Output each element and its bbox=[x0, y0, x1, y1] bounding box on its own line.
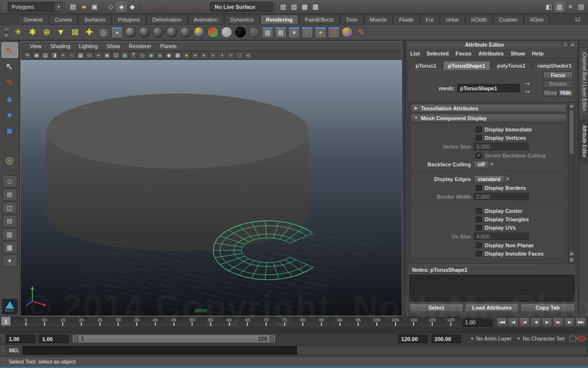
safe-title-icon[interactable]: ▣ bbox=[121, 52, 129, 59]
anim-layer-dropdown-icon[interactable]: ▼ bbox=[469, 336, 475, 342]
attribute-editor-menu-item[interactable]: List bbox=[410, 51, 425, 56]
shadows-icon[interactable]: ◐ bbox=[200, 52, 208, 59]
select-object-icon[interactable]: ◈ bbox=[117, 2, 126, 12]
current-time-field[interactable]: 1.00 bbox=[462, 318, 492, 327]
resolution-gate-icon[interactable]: ● bbox=[94, 52, 102, 59]
shelf-tab[interactable]: Custom bbox=[493, 15, 523, 24]
attribute-editor-menu-item[interactable]: Attributes bbox=[478, 51, 509, 56]
hide-button[interactable]: Hide bbox=[559, 89, 573, 97]
display-uvs-checkbox[interactable] bbox=[476, 225, 482, 231]
range-end-handle[interactable] bbox=[270, 336, 274, 342]
shelf-menu-icon[interactable]: ▪ bbox=[3, 26, 10, 32]
display-immediate-checkbox[interactable] bbox=[476, 127, 482, 132]
node-tab[interactable]: polyTorus1 bbox=[491, 61, 531, 70]
display-triangles-checkbox[interactable] bbox=[476, 216, 482, 222]
attribute-editor-menu-item[interactable]: Focus bbox=[456, 51, 476, 56]
paint-brush-icon[interactable]: ✎ bbox=[68, 52, 76, 59]
safe-action-icon[interactable]: ⊡ bbox=[112, 52, 120, 59]
torus-object-shaded[interactable] bbox=[46, 94, 309, 251]
step-forward-frame-button[interactable]: ▶| bbox=[564, 317, 575, 327]
render-settings-icon[interactable]: ▦ bbox=[311, 2, 320, 12]
anim-layer-label[interactable]: No Anim Layer bbox=[476, 336, 512, 342]
focus-button[interactable]: Focus bbox=[543, 72, 573, 79]
display-non-planar-checkbox[interactable] bbox=[476, 242, 482, 248]
shelf-menu-arrow-icon[interactable]: ▾ bbox=[3, 32, 10, 38]
wireframe-icon[interactable]: ◇ bbox=[138, 52, 147, 59]
ambient-occlusion-icon[interactable]: ● bbox=[209, 52, 217, 59]
node-tab[interactable]: rampShader1 bbox=[532, 61, 577, 70]
shelf-menu-buttons[interactable]: ▪ ▾ bbox=[3, 26, 10, 38]
drag-handle[interactable] bbox=[1, 334, 5, 343]
notes-textarea[interactable] bbox=[409, 275, 575, 302]
motion-blur-icon[interactable]: ◑ bbox=[218, 52, 226, 59]
drag-handle[interactable] bbox=[1, 345, 5, 355]
mesh-name-field[interactable]: pTorusShape1 bbox=[457, 84, 520, 92]
layout-single-pane-icon[interactable]: ◇ bbox=[2, 175, 17, 187]
shelf-tab[interactable]: Polygons bbox=[112, 15, 146, 24]
viewport-menu-item[interactable]: Shading bbox=[46, 43, 74, 49]
texture-placement-icon[interactable]: T bbox=[129, 52, 138, 59]
viewport-menu-item[interactable]: Renderer bbox=[124, 43, 156, 49]
ipr-render-icon[interactable]: ▩ bbox=[300, 2, 310, 12]
select-component-icon[interactable]: ◆ bbox=[127, 2, 137, 12]
snap-view-plane-icon[interactable]: ∩ bbox=[187, 2, 196, 12]
batch-render-icon[interactable]: ▧ bbox=[275, 26, 287, 38]
undock-icon[interactable]: ▫ bbox=[562, 42, 568, 48]
attributes-scroll-area[interactable]: ▶ Tessellation Attributes ▼ Mesh Compone… bbox=[409, 102, 575, 263]
notes-splitter[interactable] bbox=[408, 263, 576, 267]
volume-light-icon[interactable]: ⊠ bbox=[69, 26, 81, 39]
all-lights-icon[interactable]: ● bbox=[191, 52, 199, 59]
section-mesh-component-display[interactable]: ▼ Mesh Component Display bbox=[411, 114, 566, 122]
shelf-tab[interactable]: Fluids bbox=[393, 15, 419, 24]
render-flags-icon[interactable]: ✗ bbox=[328, 26, 340, 38]
backface-culling-dropdown[interactable]: off ▼ bbox=[474, 160, 495, 168]
anisotropic-material-icon[interactable] bbox=[125, 26, 136, 38]
grid-display-icon[interactable]: ▦ bbox=[76, 52, 85, 59]
shelf-tab[interactable]: Muscle bbox=[364, 15, 393, 24]
load-attributes-button[interactable]: Load Attributes bbox=[465, 303, 519, 312]
open-scene-icon[interactable]: ▰ bbox=[79, 2, 89, 12]
playback-end-field[interactable]: 120.00 bbox=[398, 335, 428, 343]
layout-four-pane-icon[interactable]: ⊞ bbox=[2, 188, 17, 201]
scrollbar-thumb[interactable] bbox=[569, 110, 574, 154]
go-to-end-button[interactable]: ▶▶| bbox=[575, 317, 586, 327]
render-settings-shelf-icon[interactable]: ✓ bbox=[301, 26, 313, 38]
shelf-tab[interactable]: Dynamics bbox=[224, 15, 260, 24]
range-start-handle[interactable] bbox=[74, 336, 78, 342]
paint-effects-brush-icon[interactable]: ✎ bbox=[355, 26, 368, 39]
shelf-tab[interactable]: PaintEffects bbox=[299, 15, 340, 24]
render-current-frame-icon[interactable]: ▧ bbox=[289, 2, 299, 12]
shading-map-icon[interactable] bbox=[248, 26, 260, 38]
default-lighting-icon[interactable]: ● bbox=[182, 52, 191, 59]
phong-e-material-icon[interactable] bbox=[180, 26, 191, 38]
section-tessellation-attributes[interactable]: ▶ Tessellation Attributes bbox=[411, 104, 566, 112]
channel-box-layer-editor-tab[interactable]: Channel Box / Layer Editor bbox=[579, 47, 588, 117]
shelf-tab[interactable]: nCloth bbox=[466, 15, 493, 24]
gate-mask-icon[interactable]: ◉ bbox=[103, 52, 111, 59]
drag-handle[interactable] bbox=[3, 1, 7, 12]
move-tool[interactable]: ▲ bbox=[1, 91, 18, 106]
scale-tool[interactable]: ■ bbox=[1, 123, 18, 139]
ramp-shader-icon[interactable] bbox=[207, 26, 219, 38]
current-frame-marker[interactable]: 1 bbox=[1, 317, 10, 325]
shelf-tab[interactable]: Fur bbox=[420, 15, 440, 24]
ramp-material-icon[interactable] bbox=[194, 26, 205, 38]
layout-persp-outliner-icon[interactable]: ◫ bbox=[2, 202, 17, 214]
layout-hypergraph-persp-icon[interactable]: ▥ bbox=[2, 228, 17, 240]
go-to-start-button[interactable]: |◀◀ bbox=[496, 317, 507, 327]
bookmarks-icon[interactable]: ▤ bbox=[41, 52, 49, 59]
shelf-tab[interactable]: Surfaces bbox=[78, 15, 111, 24]
close-icon[interactable]: × bbox=[569, 42, 576, 48]
shelf-tab[interactable]: General bbox=[18, 15, 49, 24]
animation-end-field[interactable]: 200.00 bbox=[432, 335, 461, 343]
camera-icon[interactable]: ◎ bbox=[97, 26, 110, 39]
snap-curve-icon[interactable]: ∩ bbox=[154, 2, 164, 12]
input-connection-icon[interactable]: ↪ bbox=[524, 81, 532, 87]
shelf-tab[interactable]: nHair bbox=[440, 15, 465, 24]
snap-point-icon[interactable]: ∩ bbox=[165, 2, 175, 12]
playback-start-field[interactable]: 1.00 bbox=[39, 335, 69, 343]
select-hierarchy-icon[interactable]: ◇ bbox=[106, 2, 116, 12]
new-scene-icon[interactable]: ▤ bbox=[68, 2, 78, 12]
phong-material-icon[interactable] bbox=[166, 26, 177, 38]
layout-menu-button[interactable]: ▾ bbox=[2, 255, 17, 267]
